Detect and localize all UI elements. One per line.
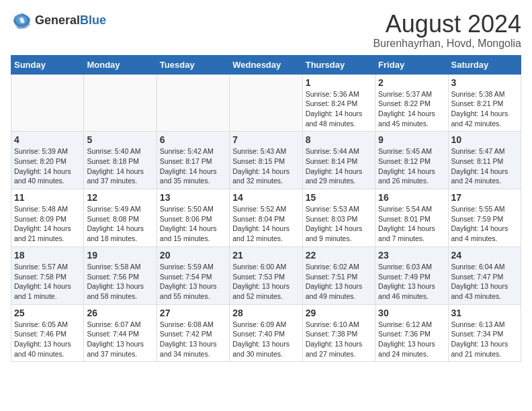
day-number: 9	[378, 134, 445, 145]
day-info: Sunrise: 5:45 AM Sunset: 8:12 PM Dayligh…	[378, 146, 445, 186]
day-info: Sunrise: 5:43 AM Sunset: 8:15 PM Dayligh…	[232, 146, 299, 186]
table-row: 29Sunrise: 6:10 AM Sunset: 7:38 PM Dayli…	[302, 304, 375, 362]
table-row: 11Sunrise: 5:48 AM Sunset: 8:09 PM Dayli…	[11, 189, 84, 247]
table-row: 2Sunrise: 5:37 AM Sunset: 8:22 PM Daylig…	[375, 74, 448, 132]
day-number: 16	[378, 192, 445, 203]
day-info: Sunrise: 6:12 AM Sunset: 7:36 PM Dayligh…	[378, 320, 445, 359]
day-info: Sunrise: 5:58 AM Sunset: 7:56 PM Dayligh…	[87, 262, 153, 302]
table-row: 28Sunrise: 6:09 AM Sunset: 7:40 PM Dayli…	[230, 304, 302, 362]
header-saturday: Saturday	[448, 55, 521, 74]
day-info: Sunrise: 5:55 AM Sunset: 7:59 PM Dayligh…	[451, 204, 518, 244]
day-number: 19	[87, 250, 153, 261]
day-number: 2	[378, 77, 445, 88]
day-number: 28	[232, 308, 299, 318]
logo: GeneralBlue	[11, 11, 106, 30]
header: GeneralBlue August 2024 Burenhayrhan, Ho…	[11, 11, 521, 50]
table-row: 10Sunrise: 5:47 AM Sunset: 8:11 PM Dayli…	[448, 132, 521, 189]
logo-text: GeneralBlue	[35, 13, 106, 28]
day-number: 6	[160, 134, 226, 145]
day-info: Sunrise: 5:52 AM Sunset: 8:04 PM Dayligh…	[232, 204, 299, 244]
table-row: 24Sunrise: 6:04 AM Sunset: 7:47 PM Dayli…	[448, 246, 521, 304]
table-row: 8Sunrise: 5:44 AM Sunset: 8:14 PM Daylig…	[302, 132, 375, 189]
day-info: Sunrise: 6:10 AM Sunset: 7:38 PM Dayligh…	[306, 320, 372, 359]
day-number: 4	[14, 134, 81, 145]
table-row: 14Sunrise: 5:52 AM Sunset: 8:04 PM Dayli…	[230, 189, 302, 247]
day-number: 24	[451, 250, 518, 261]
calendar-week-row: 11Sunrise: 5:48 AM Sunset: 8:09 PM Dayli…	[11, 189, 521, 247]
title-area: August 2024 Burenhayrhan, Hovd, Mongolia	[373, 11, 521, 50]
header-tuesday: Tuesday	[157, 55, 229, 74]
calendar-week-row: 18Sunrise: 5:57 AM Sunset: 7:58 PM Dayli…	[11, 246, 521, 304]
table-row: 5Sunrise: 5:40 AM Sunset: 8:18 PM Daylig…	[84, 132, 157, 189]
table-row: 27Sunrise: 6:08 AM Sunset: 7:42 PM Dayli…	[157, 304, 229, 362]
day-number: 25	[14, 308, 81, 318]
table-row: 21Sunrise: 6:00 AM Sunset: 7:53 PM Dayli…	[230, 246, 302, 304]
day-info: Sunrise: 6:05 AM Sunset: 7:46 PM Dayligh…	[14, 320, 81, 359]
table-row: 30Sunrise: 6:12 AM Sunset: 7:36 PM Dayli…	[375, 304, 448, 362]
logo-general: General	[35, 13, 80, 27]
day-info: Sunrise: 5:39 AM Sunset: 8:20 PM Dayligh…	[14, 146, 81, 186]
day-info: Sunrise: 5:48 AM Sunset: 8:09 PM Dayligh…	[14, 204, 81, 244]
day-number: 17	[451, 192, 518, 203]
day-number: 30	[378, 308, 445, 318]
calendar-title: August 2024	[373, 11, 521, 38]
day-info: Sunrise: 5:49 AM Sunset: 8:08 PM Dayligh…	[87, 204, 153, 244]
table-row: 31Sunrise: 6:13 AM Sunset: 7:34 PM Dayli…	[448, 304, 521, 362]
table-row: 7Sunrise: 5:43 AM Sunset: 8:15 PM Daylig…	[230, 132, 302, 189]
day-number: 29	[306, 308, 372, 318]
table-row: 18Sunrise: 5:57 AM Sunset: 7:58 PM Dayli…	[11, 246, 84, 304]
day-number: 18	[14, 250, 81, 261]
day-info: Sunrise: 6:03 AM Sunset: 7:49 PM Dayligh…	[378, 262, 445, 302]
day-info: Sunrise: 5:53 AM Sunset: 8:03 PM Dayligh…	[306, 204, 372, 244]
table-row: 23Sunrise: 6:03 AM Sunset: 7:49 PM Dayli…	[375, 246, 448, 304]
day-number: 10	[451, 134, 518, 145]
header-thursday: Thursday	[302, 55, 375, 74]
day-number: 23	[378, 250, 445, 261]
day-number: 7	[232, 134, 299, 145]
calendar-table: Sunday Monday Tuesday Wednesday Thursday…	[11, 55, 521, 363]
table-row: 17Sunrise: 5:55 AM Sunset: 7:59 PM Dayli…	[448, 189, 521, 247]
day-info: Sunrise: 6:04 AM Sunset: 7:47 PM Dayligh…	[451, 262, 518, 302]
table-row: 4Sunrise: 5:39 AM Sunset: 8:20 PM Daylig…	[11, 132, 84, 189]
weekday-header-row: Sunday Monday Tuesday Wednesday Thursday…	[11, 55, 521, 74]
day-info: Sunrise: 6:08 AM Sunset: 7:42 PM Dayligh…	[160, 320, 226, 359]
table-row: 9Sunrise: 5:45 AM Sunset: 8:12 PM Daylig…	[375, 132, 448, 189]
day-number: 20	[160, 250, 226, 261]
day-info: Sunrise: 5:42 AM Sunset: 8:17 PM Dayligh…	[160, 146, 226, 186]
day-number: 15	[306, 192, 372, 203]
table-row: 6Sunrise: 5:42 AM Sunset: 8:17 PM Daylig…	[157, 132, 229, 189]
table-row	[157, 74, 229, 132]
day-number: 1	[306, 77, 372, 88]
day-info: Sunrise: 5:59 AM Sunset: 7:54 PM Dayligh…	[160, 262, 226, 302]
day-info: Sunrise: 6:02 AM Sunset: 7:51 PM Dayligh…	[306, 262, 372, 302]
table-row: 20Sunrise: 5:59 AM Sunset: 7:54 PM Dayli…	[157, 246, 229, 304]
table-row	[230, 74, 302, 132]
calendar-week-row: 25Sunrise: 6:05 AM Sunset: 7:46 PM Dayli…	[11, 304, 521, 362]
calendar-subtitle: Burenhayrhan, Hovd, Mongolia	[373, 38, 521, 50]
table-row: 25Sunrise: 6:05 AM Sunset: 7:46 PM Dayli…	[11, 304, 84, 362]
table-row: 1Sunrise: 5:36 AM Sunset: 8:24 PM Daylig…	[302, 74, 375, 132]
day-info: Sunrise: 5:38 AM Sunset: 8:21 PM Dayligh…	[451, 89, 518, 129]
day-info: Sunrise: 6:00 AM Sunset: 7:53 PM Dayligh…	[232, 262, 299, 302]
header-sunday: Sunday	[11, 55, 84, 74]
table-row: 22Sunrise: 6:02 AM Sunset: 7:51 PM Dayli…	[302, 246, 375, 304]
table-row	[84, 74, 157, 132]
day-number: 3	[451, 77, 518, 88]
day-number: 5	[87, 134, 153, 145]
table-row: 19Sunrise: 5:58 AM Sunset: 7:56 PM Dayli…	[84, 246, 157, 304]
day-number: 8	[306, 134, 372, 145]
day-info: Sunrise: 6:07 AM Sunset: 7:44 PM Dayligh…	[87, 320, 153, 359]
day-info: Sunrise: 5:54 AM Sunset: 8:01 PM Dayligh…	[378, 204, 445, 244]
day-info: Sunrise: 5:40 AM Sunset: 8:18 PM Dayligh…	[87, 146, 153, 186]
day-info: Sunrise: 6:09 AM Sunset: 7:40 PM Dayligh…	[232, 320, 299, 359]
header-wednesday: Wednesday	[230, 55, 302, 74]
table-row	[11, 74, 84, 132]
day-info: Sunrise: 5:44 AM Sunset: 8:14 PM Dayligh…	[306, 146, 372, 186]
day-number: 22	[306, 250, 372, 261]
day-number: 21	[232, 250, 299, 261]
day-info: Sunrise: 5:37 AM Sunset: 8:22 PM Dayligh…	[378, 89, 445, 129]
table-row: 13Sunrise: 5:50 AM Sunset: 8:06 PM Dayli…	[157, 189, 229, 247]
table-row: 15Sunrise: 5:53 AM Sunset: 8:03 PM Dayli…	[302, 189, 375, 247]
table-row: 26Sunrise: 6:07 AM Sunset: 7:44 PM Dayli…	[84, 304, 157, 362]
day-info: Sunrise: 6:13 AM Sunset: 7:34 PM Dayligh…	[451, 320, 518, 359]
